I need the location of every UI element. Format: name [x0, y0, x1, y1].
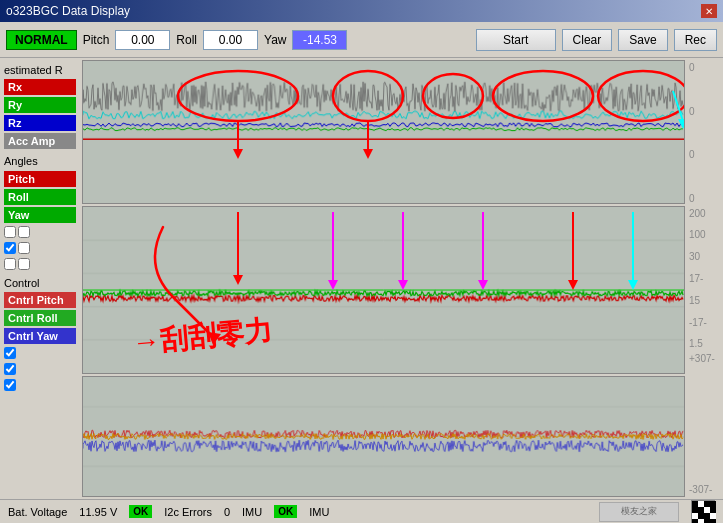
cntrl-pitch-button[interactable]: Cntrl Pitch: [4, 292, 76, 308]
ctrl-checkbox-1[interactable]: [4, 347, 16, 359]
save-button[interactable]: Save: [618, 29, 667, 51]
qr-code: [691, 500, 715, 524]
scale-100: 100: [689, 229, 706, 240]
rz-button[interactable]: Rz: [4, 115, 76, 131]
i2c-value: 0: [224, 506, 230, 518]
checkbox-2[interactable]: [18, 226, 30, 238]
clear-button[interactable]: Clear: [562, 29, 613, 51]
charts-area: →刮刮零力: [80, 58, 687, 499]
checkbox-row-2: [4, 242, 76, 254]
scale-top: 0 0 0 0: [689, 60, 721, 206]
scale-200: 200: [689, 208, 706, 219]
checkbox-3[interactable]: [4, 242, 16, 254]
i2c-label: I2c Errors: [164, 506, 212, 518]
checkbox-6[interactable]: [18, 258, 30, 270]
rx-button[interactable]: Rx: [4, 79, 76, 95]
bat-voltage-value: 11.95 V: [79, 506, 117, 518]
ctrl-checkbox-3[interactable]: [4, 379, 16, 391]
scale-30: 30: [689, 251, 700, 262]
status-badge: NORMAL: [6, 30, 77, 50]
chart-angles: →刮刮零力: [82, 206, 685, 374]
bat-voltage-label: Bat. Voltage: [8, 506, 67, 518]
scale-top-2: 0: [689, 106, 695, 117]
acc-amp-button[interactable]: Acc Amp: [4, 133, 76, 149]
scale-bot: +307- -307-: [689, 351, 721, 497]
scale-17p: 17-: [689, 273, 703, 284]
scale-top-3: 0: [689, 149, 695, 160]
scale-mid: 200 100 30 17- 15 -17- 1.5: [689, 206, 721, 352]
ctrl-checkbox-row-3: [4, 379, 76, 391]
start-button[interactable]: Start: [476, 29, 556, 51]
roll-button[interactable]: Roll: [4, 189, 76, 205]
main-area: estimated R Rx Ry Rz Acc Amp Angles Pitc…: [0, 58, 723, 499]
top-chart-canvas: [83, 61, 684, 203]
checkbox-row-1: [4, 226, 76, 238]
imu-ok-badge: OK: [274, 505, 297, 518]
checkbox-1[interactable]: [4, 226, 16, 238]
pitch-label: Pitch: [83, 33, 110, 47]
scale-307n: -307-: [689, 484, 712, 495]
cntrl-yaw-button[interactable]: Cntrl Yaw: [4, 328, 76, 344]
scale-top-1: 0: [689, 62, 695, 73]
checkbox-4[interactable]: [18, 242, 30, 254]
scale-307p: +307-: [689, 353, 715, 364]
control-label: Control: [4, 277, 76, 289]
bot-chart-canvas: [83, 377, 684, 496]
titlebar-title: o323BGC Data Display: [6, 4, 130, 18]
ry-button[interactable]: Ry: [4, 97, 76, 113]
scale-top-4: 0: [689, 193, 695, 204]
imu2-label: IMU: [309, 506, 329, 518]
scale-1-5: 1.5: [689, 338, 703, 349]
ctrl-checkbox-row-1: [4, 347, 76, 359]
ctrl-checkbox-row-2: [4, 363, 76, 375]
cntrl-roll-button[interactable]: Cntrl Roll: [4, 310, 76, 326]
chart-estimated-r: [82, 60, 685, 204]
watermark: 模友之家: [599, 502, 679, 522]
statusbar: Bat. Voltage 11.95 V OK I2c Errors 0 IMU…: [0, 499, 723, 523]
right-scale: 0 0 0 0 200 100 30 17- 15 -17- 1.5 +307-…: [687, 58, 723, 499]
pitch-input[interactable]: [115, 30, 170, 50]
scale-17n: -17-: [689, 317, 707, 328]
mid-chart-canvas: [83, 207, 684, 373]
close-button[interactable]: ✕: [701, 4, 717, 18]
yaw-button[interactable]: Yaw: [4, 207, 76, 223]
yaw-input[interactable]: [292, 30, 347, 50]
roll-input[interactable]: [203, 30, 258, 50]
angles-label: Angles: [4, 155, 76, 167]
checkbox-row-3: [4, 258, 76, 270]
toolbar: NORMAL Pitch Roll Yaw Start Clear Save R…: [0, 22, 723, 58]
sidebar: estimated R Rx Ry Rz Acc Amp Angles Pitc…: [0, 58, 80, 499]
roll-label: Roll: [176, 33, 197, 47]
bat-ok-badge: OK: [129, 505, 152, 518]
yaw-label: Yaw: [264, 33, 286, 47]
imu-label: IMU: [242, 506, 262, 518]
chart-control: [82, 376, 685, 497]
rec-button[interactable]: Rec: [674, 29, 717, 51]
titlebar: o323BGC Data Display ✕: [0, 0, 723, 22]
scale-15: 15: [689, 295, 700, 306]
pitch-button[interactable]: Pitch: [4, 171, 76, 187]
ctrl-checkbox-2[interactable]: [4, 363, 16, 375]
estimated-r-label: estimated R: [4, 64, 76, 76]
checkbox-5[interactable]: [4, 258, 16, 270]
